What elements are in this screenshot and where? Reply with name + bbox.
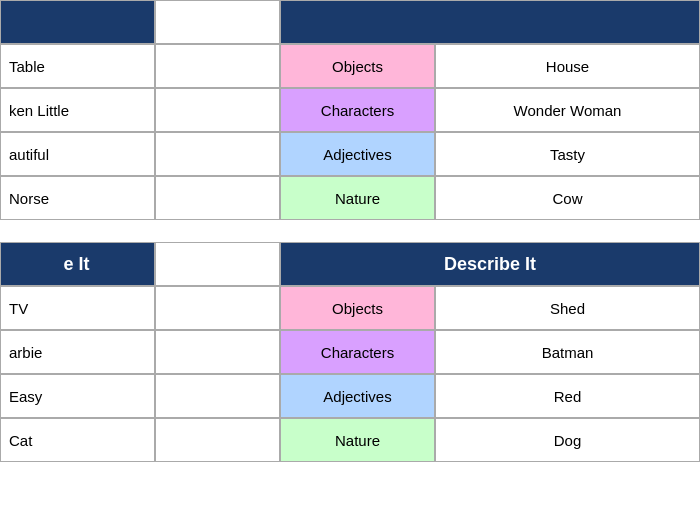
describe-value-cell: Wonder Woman bbox=[435, 88, 700, 132]
section2-describe-header: Describe It bbox=[280, 242, 700, 286]
section1-left-header bbox=[0, 0, 155, 44]
middle-spacer-cell bbox=[155, 286, 280, 330]
middle-spacer-cell bbox=[155, 132, 280, 176]
middle-spacer-cell bbox=[155, 176, 280, 220]
section1-describe-header bbox=[280, 0, 700, 44]
left-value-cell: autiful bbox=[0, 132, 155, 176]
left-value-cell: arbie bbox=[0, 330, 155, 374]
category-cell: Adjectives bbox=[280, 132, 435, 176]
describe-value-cell: Cow bbox=[435, 176, 700, 220]
left-value-cell: ken Little bbox=[0, 88, 155, 132]
left-value-cell: Norse bbox=[0, 176, 155, 220]
category-cell: Nature bbox=[280, 176, 435, 220]
main-grid: TableObjectsHouseken LittleCharactersWon… bbox=[0, 0, 700, 462]
category-cell: Nature bbox=[280, 418, 435, 462]
category-cell: Objects bbox=[280, 286, 435, 330]
section2-spacer-col bbox=[155, 242, 280, 286]
left-value-cell: Table bbox=[0, 44, 155, 88]
section-spacer bbox=[0, 220, 700, 242]
middle-spacer-cell bbox=[155, 88, 280, 132]
left-value-cell: Easy bbox=[0, 374, 155, 418]
middle-spacer-cell bbox=[155, 418, 280, 462]
category-cell: Characters bbox=[280, 88, 435, 132]
middle-spacer-cell bbox=[155, 374, 280, 418]
describe-value-cell: Dog bbox=[435, 418, 700, 462]
middle-spacer-cell bbox=[155, 330, 280, 374]
left-value-cell: TV bbox=[0, 286, 155, 330]
describe-value-cell: House bbox=[435, 44, 700, 88]
category-cell: Characters bbox=[280, 330, 435, 374]
describe-value-cell: Red bbox=[435, 374, 700, 418]
section1-spacer-col bbox=[155, 0, 280, 44]
describe-value-cell: Batman bbox=[435, 330, 700, 374]
middle-spacer-cell bbox=[155, 44, 280, 88]
section2-left-header: e It bbox=[0, 242, 155, 286]
describe-value-cell: Tasty bbox=[435, 132, 700, 176]
category-cell: Adjectives bbox=[280, 374, 435, 418]
category-cell: Objects bbox=[280, 44, 435, 88]
describe-value-cell: Shed bbox=[435, 286, 700, 330]
left-value-cell: Cat bbox=[0, 418, 155, 462]
